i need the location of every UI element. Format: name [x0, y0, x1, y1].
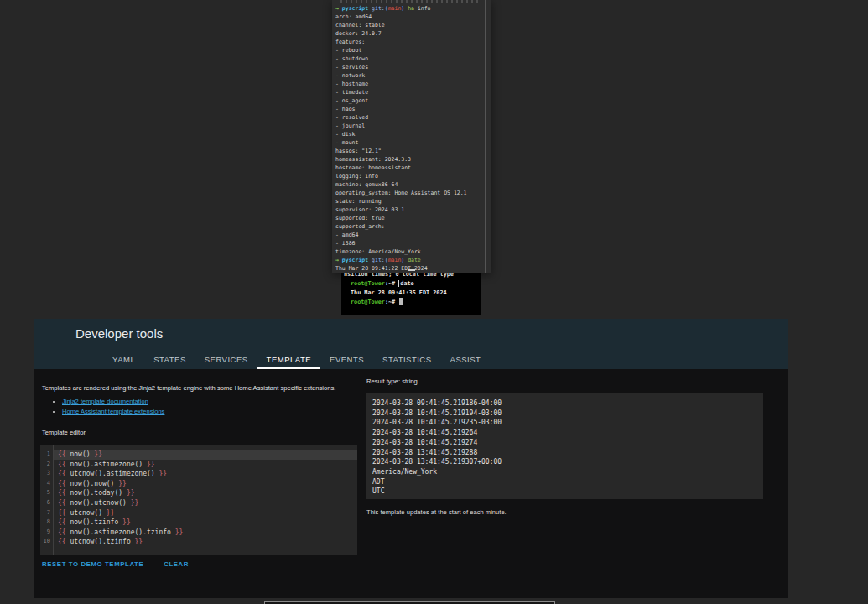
documentation-links: Jinja2 template documentationHome Assist…	[45, 397, 164, 417]
date-output-line: Thu Mar 28 09:41:35 EDT 2024	[351, 289, 481, 298]
editor-line[interactable]: 5{{ now().today() }}	[40, 488, 357, 498]
editor-line[interactable]: 6{{ now().utcnow() }}	[40, 498, 357, 508]
terminal-output-line: - disk	[335, 130, 491, 138]
terminal-output-line: - shutdown	[335, 55, 491, 63]
result-line: 2024-03-28 10:41:45.219264	[372, 428, 757, 438]
code-text: {{ now().utcnow() }}	[54, 498, 357, 508]
jinja-expression: now().utcnow()	[66, 499, 131, 507]
jinja-expression: now().today()	[66, 489, 127, 497]
jinja-expression: now()	[66, 450, 95, 458]
jinja-open-brace: {{	[58, 528, 66, 536]
tab[interactable]: STATISTICS	[373, 350, 440, 369]
terminal-output-line: - reboot	[335, 46, 491, 55]
result-line: 2024-03-28 09:41:45.219186-04:00	[372, 398, 757, 409]
git-branch: main	[388, 5, 402, 12]
terminal-output-line: - hostname	[335, 80, 491, 88]
prompt-path: :~#	[385, 299, 398, 305]
terminal-output-line: - services	[335, 63, 491, 71]
prompt-arrow-icon: →	[335, 257, 342, 263]
tab[interactable]: TEMPLATE	[257, 350, 320, 369]
terminal-output-line: hostname: homeassistant	[335, 164, 491, 172]
list-item: Home Assistant template extensions	[62, 407, 164, 417]
code-text: {{ now().today() }}	[54, 488, 357, 498]
developer-tools-panel: Developer tools YAMLSTATESSERVICESTEMPLA…	[34, 319, 788, 598]
result-line: 2024-03-28 13:41:45.219307+00:00	[372, 457, 757, 467]
code-text: {{ now().tzinfo }}	[54, 518, 357, 528]
editor-line[interactable]: 8{{ now().tzinfo }}	[40, 518, 357, 528]
jinja-close-brace: }}	[135, 538, 143, 545]
terminal-prompt-line: root@Tower:~# date	[351, 279, 481, 289]
terminal-window-ha-info[interactable]: → pyscript git:(main) ha info arch: amd6…	[332, 0, 491, 273]
template-editor[interactable]: 1{{ now() }}2{{ now().astimezone() }}3{{…	[40, 445, 357, 555]
terminal-output: arch: amd64channel: stabledocker: 24.0.7…	[335, 13, 491, 256]
terminal-output-line: - i386	[335, 239, 491, 247]
tab[interactable]: EVENTS	[320, 350, 373, 369]
tab[interactable]: YAML	[103, 350, 144, 369]
editor-line[interactable]: 9{{ now().astimezone().tzinfo }}	[40, 528, 357, 538]
terminal-output-line: state: running	[335, 197, 491, 206]
terminal-scrollbar[interactable]	[485, 0, 486, 273]
prompt-directory: pyscript	[342, 257, 372, 263]
jinja-open-brace: {{	[58, 489, 66, 497]
git-branch: main	[388, 257, 402, 263]
jinja-open-brace: {{	[58, 470, 66, 477]
terminal-output-line: - mount	[335, 138, 491, 147]
editor-line[interactable]: 7{{ utcnow() }}	[40, 508, 357, 518]
terminal-output-line: supported: true	[335, 214, 491, 222]
line-number: 7	[40, 508, 53, 518]
terminal-output-line: channel: stable	[335, 21, 491, 29]
command: date	[400, 280, 413, 287]
doc-link[interactable]: Jinja2 template documentation	[62, 398, 148, 405]
terminal-output-line: - os_agent	[335, 96, 491, 105]
prompt-directory: pyscript	[342, 5, 372, 12]
command: ha	[408, 5, 418, 12]
reset-to-demo-template-button[interactable]: RESET TO DEMO TEMPLATE	[42, 560, 143, 568]
cursor-dash	[408, 269, 415, 271]
jinja-close-brace: }}	[159, 470, 167, 477]
editor-lines: 1{{ now() }}2{{ now().astimezone() }}3{{…	[40, 450, 357, 547]
list-item: Jinja2 template documentation	[62, 397, 164, 407]
block-cursor	[399, 298, 403, 305]
terminal-output-line: arch: amd64	[335, 13, 491, 21]
jinja-open-brace: {{	[58, 538, 66, 545]
jinja-close-brace: }}	[147, 461, 155, 468]
jinja-open-brace: {{	[58, 461, 66, 468]
code-text: {{ utcnow().tzinfo }}	[54, 537, 357, 547]
clipped-previous-line	[340, 0, 480, 3]
editor-line[interactable]: 3{{ utcnow().astimezone() }}	[40, 469, 357, 479]
terminal-window-tower[interactable]: nsition times; 0 local time type root@To…	[341, 273, 481, 315]
terminal-prompt-line: → pyscript git:(main) ha info	[335, 4, 491, 13]
jinja-open-brace: {{	[58, 518, 66, 526]
jinja-expression: utcnow().astimezone()	[66, 470, 159, 477]
tab[interactable]: ASSIST	[441, 350, 491, 369]
prompt-path: :~#	[385, 280, 398, 287]
jinja-expression: utcnow().tzinfo	[66, 538, 135, 545]
terminal-output-line: hassos: "12.1"	[335, 147, 491, 155]
page-title: Developer tools	[75, 326, 163, 341]
editor-line[interactable]: 2{{ now().astimezone() }}	[40, 460, 357, 470]
line-number: 10	[40, 537, 53, 547]
result-line: UTC	[372, 487, 757, 497]
git-suffix: )	[401, 257, 408, 263]
editor-line[interactable]: 1{{ now() }}	[40, 450, 357, 460]
template-editor-label: Template editor	[42, 429, 86, 436]
clear-button[interactable]: CLEAR	[164, 560, 189, 568]
jinja-close-brace: }}	[127, 489, 135, 497]
line-number: 3	[40, 469, 53, 479]
terminal-output-line: - timedate	[335, 88, 491, 96]
result-line: 2024-03-28 10:41:45.219235-03:00	[372, 418, 757, 428]
jinja-close-brace: }}	[107, 509, 115, 517]
tab[interactable]: SERVICES	[195, 350, 257, 369]
editor-line[interactable]: 10{{ utcnow().tzinfo }}	[40, 537, 357, 547]
terminal-prompt-line: root@Tower:~#	[351, 298, 481, 307]
editor-line[interactable]: 4{{ now().now() }}	[40, 479, 357, 489]
date-output-line: Thu Mar 28 09:41:22 EDT 2024	[335, 264, 491, 273]
jinja-expression: now().tzinfo	[66, 518, 122, 526]
terminal-output-line: homeassistant: 2024.3.3	[335, 155, 491, 164]
template-result-box: 2024-03-28 09:41:45.219186-04:002024-03-…	[366, 393, 763, 499]
tab[interactable]: STATES	[144, 350, 195, 369]
result-type-label: Result type: string	[366, 378, 418, 385]
doc-link[interactable]: Home Assistant template extensions	[62, 408, 164, 415]
code-text: {{ now().astimezone() }}	[54, 460, 357, 470]
terminal-output-line: - amd64	[335, 231, 491, 239]
